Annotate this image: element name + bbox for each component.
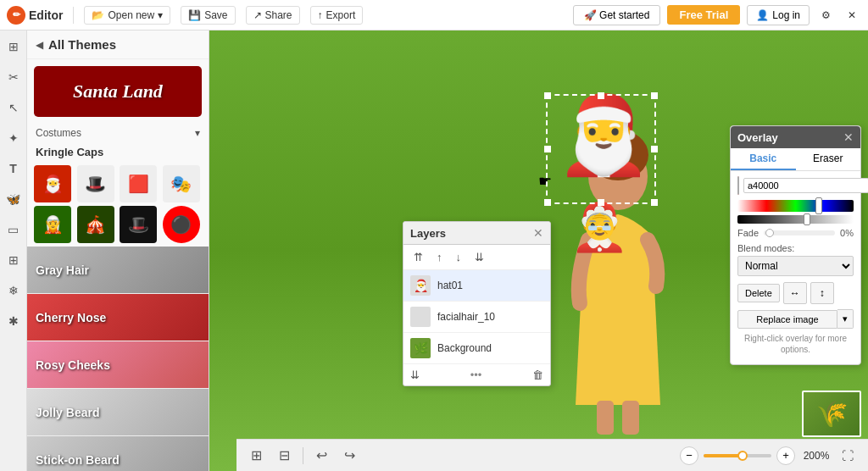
layer-item-hat01[interactable]: 🎅 hat01 (403, 270, 550, 302)
rosy-cheeks-label: Rosy Cheeks (27, 341, 209, 388)
layers-toggle-button[interactable]: ⊞ (247, 445, 266, 466)
close-button[interactable]: ✕ (843, 7, 861, 24)
resize-handle-tr[interactable] (651, 92, 658, 99)
resize-handle-bm[interactable] (598, 199, 604, 206)
stick-on-beard-label: Stick-on Beard (27, 436, 209, 471)
hue-handle[interactable] (804, 213, 810, 225)
svg-rect-3 (622, 401, 639, 435)
hat-item-4[interactable]: 🎭 (163, 165, 200, 202)
get-started-button[interactable]: 🚀 Get started (573, 5, 661, 25)
resize-handle-lm[interactable] (544, 146, 551, 152)
layer-item-background[interactable]: 🌿 Background (403, 333, 550, 364)
sidebar-header: ◀ All Themes (27, 30, 209, 59)
hat-item-7[interactable]: 🎩 (120, 206, 157, 243)
sidebar-back-button[interactable]: ◀ (36, 39, 43, 51)
hat-item-6[interactable]: 🎪 (77, 206, 114, 243)
open-chevron-icon: ▾ (158, 9, 163, 21)
replace-image-button[interactable]: Replace image (737, 310, 837, 329)
resize-handle-tm[interactable] (598, 92, 604, 99)
sidebar-content[interactable]: Santa Land Costumes ▾ Kringle Caps 🎅 🎩 🟥… (27, 59, 209, 471)
sidebar-item-cherry-nose[interactable]: Cherry Nose (27, 294, 209, 341)
resize-handle-tl[interactable] (544, 92, 551, 99)
hat-item-5[interactable]: 🧝 (34, 206, 71, 243)
sidebar-item-jolly-beard[interactable]: Jolly Beard (27, 389, 209, 436)
arrow-icon[interactable]: ↖ (4, 98, 23, 117)
overlay-close-button[interactable]: ✕ (843, 130, 854, 144)
fade-row: Fade 0% (731, 225, 860, 241)
export-button[interactable]: ↑ Export (310, 6, 364, 25)
texture-icon[interactable]: ⊞ (4, 251, 23, 269)
layer-add-button[interactable]: ⇊ (410, 368, 420, 381)
overlay-tab-basic[interactable]: Basic (731, 148, 796, 170)
login-button[interactable]: 👤 Log in (747, 5, 810, 25)
color-swatch[interactable] (737, 176, 739, 195)
overlay-tab-eraser[interactable]: Eraser (796, 148, 861, 170)
flip-vertical-button[interactable]: ↕ (810, 282, 834, 304)
hat-item-8[interactable]: ⚫ (163, 206, 200, 243)
sidebar-item-gray-hair[interactable]: Gray Hair (27, 247, 209, 294)
layers-close-button[interactable]: ✕ (533, 226, 543, 240)
beard-overlay: 🤶 (570, 200, 629, 255)
snowflake-icon[interactable]: ❄ (4, 281, 23, 300)
costumes-dropdown[interactable]: ▾ (195, 127, 200, 139)
settings-button[interactable]: ⚙ (816, 7, 836, 24)
hat-item-2[interactable]: 🎩 (77, 165, 114, 202)
hat-item-1[interactable]: 🎅 (34, 165, 71, 202)
undo-button[interactable]: ↩ (312, 445, 331, 466)
sticker-icon[interactable]: ✱ (4, 312, 23, 330)
layer-move-top-button[interactable]: ⇈ (410, 249, 426, 265)
layer-name-facialhair: facialhair_10 (437, 311, 495, 323)
fullscreen-button[interactable]: ⛶ (837, 446, 858, 465)
adjust-icon[interactable]: ⊞ (4, 37, 23, 56)
layer-move-down-button[interactable]: ↓ (453, 249, 465, 265)
zoom-in-button[interactable]: + (776, 446, 795, 465)
main: ⊞ ✂ ↖ ✦ T 🦋 ▭ ⊞ ❄ ✱ ◀ All Themes Santa L… (0, 30, 868, 471)
overlay-panel: Overlay ✕ Basic Eraser ✒ Fade (730, 125, 861, 365)
canvas-area[interactable]: ☛ 🎅 🤶 (209, 30, 868, 471)
fade-handle[interactable] (765, 229, 774, 237)
sidebar-item-stick-on-beard[interactable]: Stick-on Beard (27, 436, 209, 471)
text-icon[interactable]: T (4, 159, 23, 178)
fade-bar[interactable] (764, 230, 835, 236)
sidebar-title: All Themes (48, 37, 116, 52)
resize-handle-rm[interactable] (651, 146, 658, 152)
free-trial-button[interactable]: Free Trial (667, 5, 740, 25)
selection-box[interactable] (546, 94, 656, 204)
theme-banner[interactable]: Santa Land (34, 66, 202, 117)
share-label: Share (265, 9, 292, 21)
sidebar-item-rosy-cheeks[interactable]: Rosy Cheeks (27, 341, 209, 389)
gradient-handle[interactable] (815, 197, 822, 214)
layer-move-up-button[interactable]: ↑ (433, 249, 446, 265)
replace-image-dropdown[interactable]: ▾ (837, 309, 854, 329)
hat-item-3[interactable]: 🟥 (120, 165, 157, 202)
blend-select[interactable]: Normal Multiply Screen Overlay Darken Li… (737, 256, 854, 276)
save-button[interactable]: 💾 Save (181, 6, 235, 25)
resize-handle-br[interactable] (651, 199, 658, 206)
grid-toggle-button[interactable]: ⊟ (275, 445, 294, 466)
zoom-slider-handle[interactable] (737, 451, 748, 461)
color-hex-input[interactable] (743, 178, 868, 193)
open-new-button[interactable]: 📂 Open new ▾ (84, 6, 170, 25)
zoom-slider[interactable] (704, 454, 771, 457)
share-icon: ↗ (253, 9, 262, 21)
hue-bar[interactable] (737, 215, 854, 224)
zoom-out-button[interactable]: − (680, 446, 698, 465)
layers-header: Layers ✕ (403, 222, 550, 245)
delete-button[interactable]: Delete (737, 284, 780, 302)
crop-icon[interactable]: ✂ (4, 68, 23, 86)
layer-thumb-background: 🌿 (410, 338, 431, 358)
flip-horizontal-button[interactable]: ↔ (783, 282, 807, 304)
export-label: Export (326, 9, 356, 21)
butterfly-icon[interactable]: 🦋 (4, 190, 23, 208)
resize-handle-bl[interactable] (544, 199, 551, 206)
share-button[interactable]: ↗ Share (246, 6, 300, 25)
color-gradient-bar[interactable] (737, 200, 854, 212)
frame-icon[interactable]: ▭ (4, 220, 23, 239)
layer-delete-button[interactable]: 🗑 (532, 368, 543, 381)
redo-button[interactable]: ↪ (340, 445, 359, 466)
gray-hair-label: Gray Hair (27, 247, 209, 293)
overlay-header: Overlay ✕ (731, 126, 860, 148)
layer-item-facialhair[interactable]: facialhair_10 (403, 302, 550, 333)
effects-icon[interactable]: ✦ (4, 129, 23, 147)
layer-move-bottom-button[interactable]: ⇊ (471, 249, 487, 265)
